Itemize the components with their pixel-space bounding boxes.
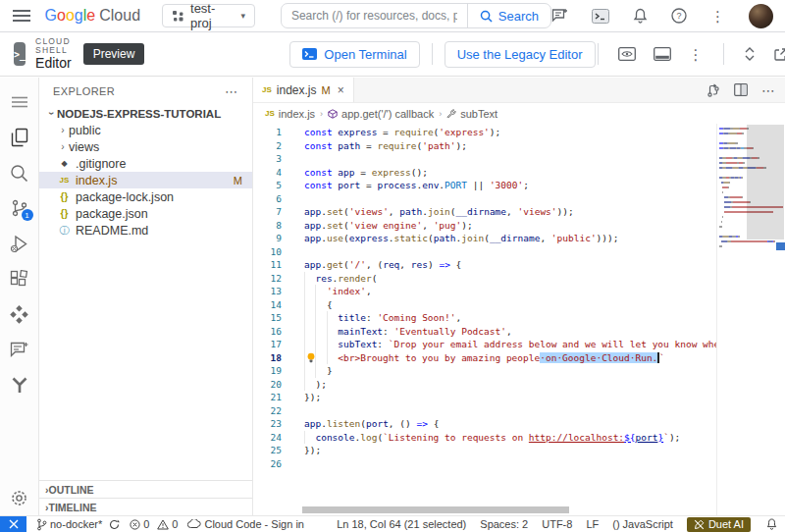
remote-indicator[interactable] [0,516,26,532]
outline-section[interactable]: › OUTLINE [39,480,252,498]
eol-status[interactable]: LF [586,518,599,530]
breadcrumb-symbol[interactable]: app.get('/') callback [328,108,434,120]
extensions-view-icon[interactable] [0,261,39,296]
code-line[interactable]: subText: `Drop your email address below … [304,338,785,351]
code-line[interactable]: const port = process.env.PORT || '3000'; [304,179,785,192]
code-line[interactable]: app.listen(port, () => { [304,417,785,431]
code-line[interactable]: const express = require('express'); [304,126,785,139]
toggle-panel-icon[interactable] [654,47,671,61]
code-token: use [327,233,343,243]
explorer-more-actions-icon[interactable]: ⋯ [225,84,238,99]
source-control-view-icon[interactable]: 1 [0,190,39,226]
code-line[interactable]: const path = require('path'); [304,139,785,153]
code-line[interactable]: <br>Brought to you by amazing people·on·… [304,351,785,365]
legacy-editor-button[interactable]: Use the Legacy Editor [445,41,596,68]
duet-ai-status[interactable]: Duet AI [687,517,751,532]
code-line[interactable]: 'index', [304,285,785,298]
code-line[interactable] [304,245,785,259]
code-token: res [315,273,332,284]
collapse-expand-icon[interactable] [744,46,756,62]
code-line[interactable]: mainText: 'Eventually Podcast', [304,325,785,339]
tree-item-gitignore[interactable]: ◆ .gitignore [39,155,252,172]
git-branch-status[interactable]: no-docker* [36,518,120,531]
code-content[interactable]: const express = require('express');const… [294,124,785,515]
language-status[interactable]: () JavaScript [612,518,673,530]
project-picker-button[interactable]: test-proj ▾ [162,4,255,27]
cloud-shell-toggle-icon[interactable] [592,9,609,24]
cloud-code-view-icon[interactable] [0,296,39,332]
problems-status[interactable]: 0 0 [130,518,178,530]
code-line[interactable]: { [304,298,785,312]
code-line[interactable]: const app = express(); [304,166,785,180]
timeline-section[interactable]: › TIMELINE [39,498,252,515]
notifications-status-icon[interactable] [764,518,785,530]
search-button[interactable]: Search [467,4,550,27]
code-line[interactable]: res.render( [304,272,785,286]
terraform-view-icon[interactable] [0,367,39,402]
search-view-icon[interactable] [0,155,39,190]
search-input[interactable] [282,9,467,23]
js-file-icon: JS [265,109,275,118]
tree-item-views[interactable]: › views [39,138,252,155]
tab-index-js[interactable]: JS index.js M × [253,78,354,102]
code-line[interactable]: }); [304,444,785,457]
cursor-position-status[interactable]: Ln 18, Col 64 (21 selected) [337,518,466,530]
minimap-slider[interactable] [747,125,784,239]
notifications-bell-icon[interactable] [633,8,648,24]
feedback-view-icon[interactable] [0,332,39,367]
main-menu-icon[interactable] [12,6,31,26]
code-action-lightbulb-icon[interactable] [306,352,316,363]
code-line[interactable]: app.set('views', path.join(__dirname, 'v… [304,205,785,219]
settings-gear-icon[interactable] [0,480,39,515]
tree-item-index-js[interactable]: JS index.js M [39,172,252,188]
feedback-icon[interactable] [551,8,568,24]
code-line[interactable]: app.get('/', (req, res) => { [304,258,785,272]
menu-icon[interactable] [0,84,39,120]
code-line[interactable]: app.use(express.static(path.join(__dirna… [304,232,785,245]
code-line[interactable]: }); [304,391,785,404]
encoding-status[interactable]: UTF-8 [542,518,572,530]
more-options-icon[interactable]: ⋮ [710,9,725,24]
open-changes-icon[interactable] [706,83,720,97]
google-cloud-logo[interactable]: Google Cloud [45,7,140,25]
code-editor[interactable]: 1234567891011121314151617181920212223242… [253,124,785,515]
cloud-code-status[interactable]: Cloud Code - Sign in [187,518,304,530]
open-in-new-window-icon[interactable] [773,47,785,62]
tree-root-folder[interactable]: › NODEJS-EXPRESS-TUTORIAL [39,105,252,122]
indent-guide [304,298,315,312]
code-token: const [304,167,333,178]
code-line[interactable]: app.set('view engine', 'pug'); [304,219,785,233]
git-file-icon: ◆ [57,159,72,168]
line-number: 6 [253,192,282,206]
run-debug-view-icon[interactable] [0,226,39,261]
tree-item-public[interactable]: › public [39,122,252,138]
code-line[interactable]: ); [304,378,785,392]
code-line[interactable] [304,404,785,418]
shell-more-options-icon[interactable]: ⋮ [689,47,704,62]
web-preview-icon[interactable] [618,47,636,61]
explorer-view-icon[interactable] [0,120,39,155]
code-line[interactable] [304,457,785,471]
tree-item-package-lock[interactable]: {} package-lock.json [39,188,252,205]
breadcrumb-member[interactable]: subText [446,108,497,120]
tree-item-package-json[interactable]: {} package.json [39,205,252,222]
horizontal-scrollbar[interactable] [302,506,569,513]
code-token: mainText [338,326,383,337]
editor-more-actions-icon[interactable]: ⋯ [761,83,775,97]
open-terminal-button[interactable]: Open Terminal [289,41,419,68]
help-icon[interactable]: ? [671,8,687,24]
code-line[interactable] [304,152,785,166]
indentation-status[interactable]: Spaces: 2 [480,518,528,530]
indent-guide [304,338,315,351]
tab-close-icon[interactable]: × [338,83,344,97]
code-line[interactable]: } [304,364,785,378]
breadcrumb-file[interactable]: JS index.js [265,108,315,120]
code-line[interactable]: console.log(`Listening to requests on ht… [304,431,785,445]
code-token: 'views' [518,206,557,217]
code-line[interactable]: title: 'Coming Soon!', [304,311,785,325]
split-editor-icon[interactable] [734,83,748,96]
account-avatar[interactable] [749,4,773,28]
tree-item-readme[interactable]: ⓘ README.md [39,222,252,239]
minimap[interactable] [716,124,785,515]
code-line[interactable] [304,192,785,206]
